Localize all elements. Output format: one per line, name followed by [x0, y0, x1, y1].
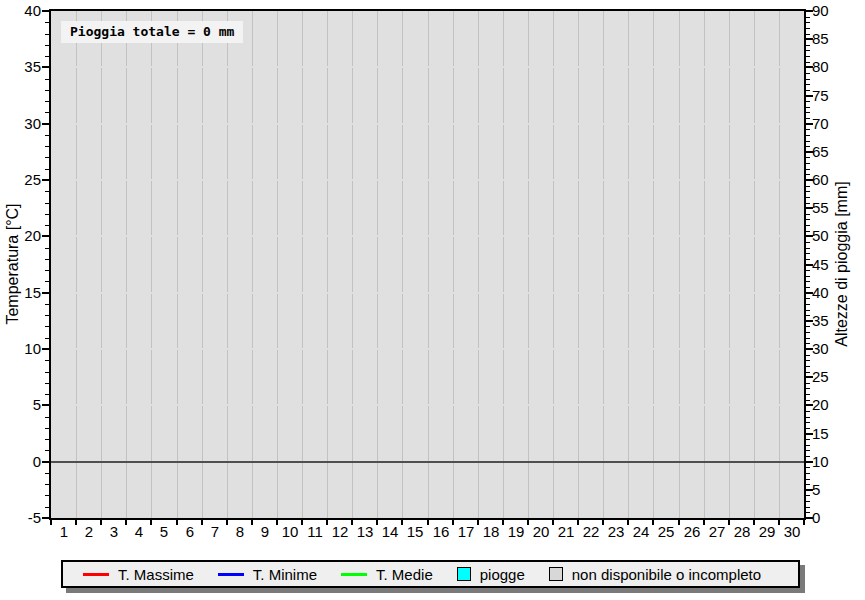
- x-tick-label: 21: [553, 523, 579, 541]
- left-axis-minor-tick: [45, 225, 49, 226]
- right-axis-minor-tick: [806, 501, 810, 502]
- gridline-vertical: [202, 11, 203, 518]
- right-axis-minor-tick: [806, 73, 810, 74]
- gridline-horizontal-gap: [51, 235, 804, 237]
- right-axis-minor-tick: [806, 411, 810, 412]
- x-tick-label: 18: [478, 523, 504, 541]
- right-axis-minor-tick: [806, 242, 810, 243]
- rain-total-annotation: Pioggia totale = 0 mm: [61, 21, 243, 43]
- left-axis-minor-tick: [45, 450, 49, 451]
- gridline-vertical: [729, 11, 730, 518]
- gridline-vertical: [126, 11, 127, 518]
- legend: T. MassimeT. MinimeT. Mediepioggenon dis…: [61, 560, 800, 588]
- legend-item-label: T. Minime: [253, 566, 317, 583]
- right-axis-minor-tick: [806, 253, 810, 254]
- right-axis-minor-tick: [806, 479, 810, 480]
- right-axis-minor-tick: [806, 62, 810, 63]
- left-axis-major-tick: [42, 292, 49, 294]
- x-tick-label: 1: [51, 523, 77, 541]
- left-tick-label: 30: [0, 115, 41, 133]
- right-tick-label: 0: [812, 509, 846, 527]
- gridline-vertical: [151, 11, 152, 518]
- right-axis-minor-tick: [806, 157, 810, 158]
- gridline-vertical: [754, 11, 755, 518]
- right-axis-minor-tick: [806, 79, 810, 80]
- right-axis-minor-tick: [806, 394, 810, 395]
- x-tick-label: 29: [754, 523, 780, 541]
- right-tick-label: 25: [812, 368, 846, 386]
- right-axis-minor-tick: [806, 428, 810, 429]
- left-axis-minor-tick: [45, 56, 49, 57]
- right-axis-minor-tick: [806, 28, 810, 29]
- left-axis-major-tick: [42, 10, 49, 12]
- legend-item-label: non disponibile o incompleto: [572, 566, 761, 583]
- right-axis-minor-tick: [806, 343, 810, 344]
- legend-line-swatch: [218, 573, 244, 576]
- gridline-vertical: [252, 11, 253, 518]
- left-axis-major-tick: [42, 235, 49, 237]
- left-axis-minor-tick: [45, 79, 49, 80]
- legend-square-swatch: [457, 567, 471, 581]
- x-tick-label: 17: [453, 523, 479, 541]
- left-axis-minor-tick: [45, 394, 49, 395]
- left-axis-minor-tick: [45, 428, 49, 429]
- left-axis-major-tick: [42, 517, 49, 519]
- gridline-vertical: [653, 11, 654, 518]
- right-axis-minor-tick: [806, 355, 810, 356]
- left-axis-major-tick: [42, 348, 49, 350]
- right-axis-minor-tick: [806, 507, 810, 508]
- right-axis-minor-tick: [806, 473, 810, 474]
- right-tick-label: 5: [812, 481, 846, 499]
- gridline-horizontal-gap: [51, 348, 804, 350]
- legend-item: non disponibile o incompleto: [549, 566, 761, 583]
- x-tick-label: 12: [327, 523, 353, 541]
- right-tick-label: 60: [812, 171, 846, 189]
- right-axis-minor-tick: [806, 512, 810, 513]
- right-axis-minor-tick: [806, 248, 810, 249]
- left-axis-minor-tick: [45, 360, 49, 361]
- legend-square-swatch: [549, 567, 563, 581]
- left-axis-minor-tick: [45, 495, 49, 496]
- gridline-vertical: [428, 11, 429, 518]
- right-axis-minor-tick: [806, 191, 810, 192]
- left-axis-minor-tick: [45, 248, 49, 249]
- left-axis-minor-tick: [45, 473, 49, 474]
- right-tick-label: 40: [812, 284, 846, 302]
- right-axis-minor-tick: [806, 107, 810, 108]
- left-axis-major-tick: [42, 123, 49, 125]
- right-axis-minor-tick: [806, 310, 810, 311]
- gridline-vertical: [779, 11, 780, 518]
- left-axis-major-tick: [42, 461, 49, 463]
- left-axis-minor-tick: [45, 338, 49, 339]
- left-tick-label: 0: [0, 453, 41, 471]
- gridline-vertical: [503, 11, 504, 518]
- right-tick-label: 70: [812, 115, 846, 133]
- right-tick-label: 50: [812, 227, 846, 245]
- right-axis-minor-tick: [806, 332, 810, 333]
- left-axis-minor-tick: [45, 191, 49, 192]
- right-tick-label: 35: [812, 312, 846, 330]
- gridline-horizontal-gap: [51, 66, 804, 68]
- legend-item: T. Minime: [218, 566, 317, 583]
- right-axis-minor-tick: [806, 197, 810, 198]
- right-axis-minor-tick: [806, 281, 810, 282]
- right-tick-label: 45: [812, 256, 846, 274]
- x-tick-label: 20: [528, 523, 554, 541]
- left-axis-minor-tick: [45, 214, 49, 215]
- gridline-vertical: [327, 11, 328, 518]
- right-axis-minor-tick: [806, 467, 810, 468]
- x-tick-label: 7: [202, 523, 228, 541]
- right-axis-minor-tick: [806, 372, 810, 373]
- left-axis-minor-tick: [45, 112, 49, 113]
- gridline-vertical: [277, 11, 278, 518]
- x-tick-label: 5: [151, 523, 177, 541]
- right-axis-minor-tick: [806, 270, 810, 271]
- right-axis-minor-tick: [806, 219, 810, 220]
- left-tick-label: 25: [0, 171, 41, 189]
- gridline-vertical: [377, 11, 378, 518]
- x-tick-label: 25: [653, 523, 679, 541]
- left-tick-label: 10: [0, 340, 41, 358]
- left-axis-major-tick: [42, 66, 49, 68]
- gridline-vertical: [478, 11, 479, 518]
- right-axis-minor-tick: [806, 450, 810, 451]
